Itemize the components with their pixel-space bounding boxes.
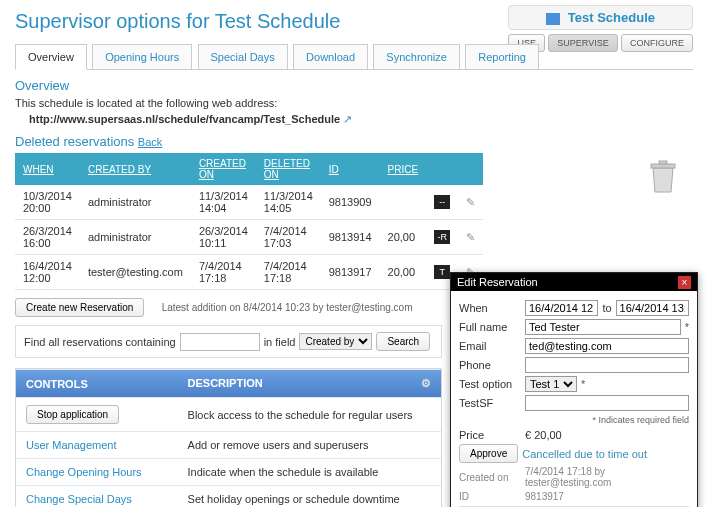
configure-button[interactable]: CONFIGURE (621, 34, 693, 52)
deleted-heading: Deleted reservations (15, 134, 134, 149)
search-pre: Find all reservations containing (24, 336, 176, 348)
col-when[interactable]: WHEN (15, 153, 80, 185)
back-link[interactable]: Back (138, 136, 162, 148)
controls-panel: CONTROLS DESCRIPTION⚙ Stop applicationBl… (15, 368, 442, 507)
status-badge: -R (434, 230, 450, 244)
controls-head-left: CONTROLS (16, 370, 178, 398)
schedule-url: http://www.supersaas.nl/schedule/fvancam… (29, 113, 340, 125)
status-badge: -- (434, 195, 450, 209)
table-row: 10/3/2014 20:00administrator11/3/2014 14… (15, 185, 483, 220)
search-button[interactable]: Search (376, 332, 430, 351)
col-created-by[interactable]: CREATED BY (80, 153, 191, 185)
schedule-name: Test Schedule (568, 10, 655, 25)
to-label: to (602, 302, 611, 314)
search-bar: Find all reservations containing in fiel… (15, 325, 442, 358)
table-row: 26/3/2014 16:00administrator26/3/2014 10… (15, 220, 483, 255)
tab-synchronize[interactable]: Synchronize (373, 44, 460, 69)
when-from-input[interactable] (525, 300, 598, 316)
address-intro: This schedule is located at the followin… (15, 97, 693, 109)
email-label: Email (459, 340, 521, 352)
tab-reporting[interactable]: Reporting (465, 44, 539, 69)
control-link[interactable]: Change Special Days (26, 493, 132, 505)
control-link[interactable]: User Management (26, 439, 117, 451)
when-to-input[interactable] (616, 300, 689, 316)
tab-download[interactable]: Download (293, 44, 368, 69)
status-badge: T (434, 265, 450, 279)
cancel-status: Cancelled due to time out (522, 448, 647, 460)
controls-row: Stop applicationBlock access to the sche… (16, 398, 441, 432)
controls-row: Change Opening HoursIndicate when the sc… (16, 459, 441, 486)
id-value: 9813917 (525, 491, 564, 502)
calendar-icon (546, 13, 560, 25)
col-id[interactable]: ID (321, 153, 380, 185)
testsf-label: TestSF (459, 397, 521, 409)
testsf-input[interactable] (525, 395, 689, 411)
svg-rect-1 (659, 161, 667, 164)
close-icon[interactable]: × (678, 276, 691, 289)
email-input[interactable] (525, 338, 689, 354)
search-input[interactable] (180, 333, 260, 351)
approve-button[interactable]: Approve (459, 444, 518, 463)
dialog-title: Edit Reservation (457, 276, 538, 288)
edit-icon[interactable]: ✎ (466, 196, 475, 208)
table-row: 16/4/2014 12:00tester@testing.com7/4/201… (15, 255, 483, 290)
tab-overview[interactable]: Overview (15, 44, 87, 70)
col-price[interactable]: PRICE (380, 153, 427, 185)
stop-application-button[interactable]: Stop application (26, 405, 119, 424)
supervise-button[interactable]: SUPERVISE (548, 34, 617, 52)
col-created-on[interactable]: CREATED ON (191, 153, 256, 185)
testoption-label: Test option (459, 378, 521, 390)
external-link-icon[interactable]: ↗ (343, 113, 352, 125)
svg-rect-0 (651, 164, 675, 168)
search-mid: in field (264, 336, 296, 348)
controls-row: User ManagementAdd or remove users and s… (16, 432, 441, 459)
edit-icon[interactable]: ✎ (466, 231, 475, 243)
phone-input[interactable] (525, 357, 689, 373)
tab-opening-hours[interactable]: Opening Hours (92, 44, 192, 69)
fullname-label: Full name (459, 321, 521, 333)
gear-icon[interactable]: ⚙ (421, 377, 431, 390)
id-label: ID (459, 491, 521, 502)
controls-row: Change Special DaysSet holiday openings … (16, 486, 441, 508)
price-value: € 20,00 (525, 429, 562, 441)
deleted-table: WHEN CREATED BY CREATED ON DELETED ON ID… (15, 153, 483, 290)
col-deleted-on[interactable]: DELETED ON (256, 153, 321, 185)
required-marker: * (581, 378, 585, 390)
create-reservation-button[interactable]: Create new Reservation (15, 298, 144, 317)
phone-label: Phone (459, 359, 521, 371)
control-link[interactable]: Change Opening Hours (26, 466, 142, 478)
edit-reservation-dialog: Edit Reservation × When to Full name * E… (450, 272, 698, 507)
price-label: Price (459, 429, 521, 441)
schedule-box: Test Schedule (508, 5, 693, 30)
overview-heading: Overview (15, 78, 693, 93)
trash-icon[interactable] (648, 160, 678, 194)
required-marker: * (685, 321, 689, 333)
testoption-select[interactable]: Test 1 (525, 376, 577, 392)
search-field-select[interactable]: Created by (299, 333, 372, 350)
fullname-input[interactable] (525, 319, 681, 335)
required-note: * Indicates required field (459, 415, 689, 425)
when-label: When (459, 302, 521, 314)
createdon-value: 7/4/2014 17:18 by tester@testing.com (525, 466, 689, 488)
tab-special-days[interactable]: Special Days (198, 44, 288, 69)
createdon-label: Created on (459, 472, 521, 483)
latest-addition: Latest addition on 8/4/2014 10:23 by tes… (162, 302, 413, 313)
controls-head-right: DESCRIPTION (188, 377, 263, 389)
